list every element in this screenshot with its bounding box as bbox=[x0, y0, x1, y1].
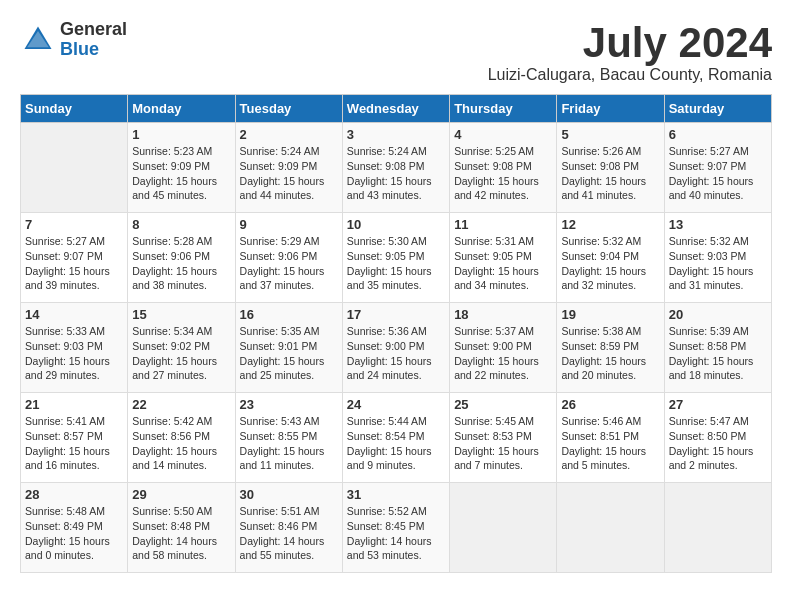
day-info: Sunrise: 5:50 AM Sunset: 8:48 PM Dayligh… bbox=[132, 504, 230, 563]
day-number: 18 bbox=[454, 307, 552, 322]
day-cell: 10Sunrise: 5:30 AM Sunset: 9:05 PM Dayli… bbox=[342, 213, 449, 303]
day-info: Sunrise: 5:35 AM Sunset: 9:01 PM Dayligh… bbox=[240, 324, 338, 383]
day-cell: 11Sunrise: 5:31 AM Sunset: 9:05 PM Dayli… bbox=[450, 213, 557, 303]
day-number: 14 bbox=[25, 307, 123, 322]
page-header: General Blue July 2024 Luizi-Calugara, B… bbox=[20, 20, 772, 84]
day-cell bbox=[450, 483, 557, 573]
day-info: Sunrise: 5:29 AM Sunset: 9:06 PM Dayligh… bbox=[240, 234, 338, 293]
day-cell: 21Sunrise: 5:41 AM Sunset: 8:57 PM Dayli… bbox=[21, 393, 128, 483]
day-cell: 6Sunrise: 5:27 AM Sunset: 9:07 PM Daylig… bbox=[664, 123, 771, 213]
day-number: 13 bbox=[669, 217, 767, 232]
day-info: Sunrise: 5:23 AM Sunset: 9:09 PM Dayligh… bbox=[132, 144, 230, 203]
day-info: Sunrise: 5:32 AM Sunset: 9:04 PM Dayligh… bbox=[561, 234, 659, 293]
header-row: SundayMondayTuesdayWednesdayThursdayFrid… bbox=[21, 95, 772, 123]
day-info: Sunrise: 5:24 AM Sunset: 9:09 PM Dayligh… bbox=[240, 144, 338, 203]
day-info: Sunrise: 5:36 AM Sunset: 9:00 PM Dayligh… bbox=[347, 324, 445, 383]
day-cell bbox=[21, 123, 128, 213]
calendar-body: 1Sunrise: 5:23 AM Sunset: 9:09 PM Daylig… bbox=[21, 123, 772, 573]
day-number: 30 bbox=[240, 487, 338, 502]
day-info: Sunrise: 5:30 AM Sunset: 9:05 PM Dayligh… bbox=[347, 234, 445, 293]
day-cell: 29Sunrise: 5:50 AM Sunset: 8:48 PM Dayli… bbox=[128, 483, 235, 573]
day-number: 6 bbox=[669, 127, 767, 142]
title-block: July 2024 Luizi-Calugara, Bacau County, … bbox=[488, 20, 772, 84]
day-info: Sunrise: 5:28 AM Sunset: 9:06 PM Dayligh… bbox=[132, 234, 230, 293]
day-cell: 12Sunrise: 5:32 AM Sunset: 9:04 PM Dayli… bbox=[557, 213, 664, 303]
day-cell bbox=[664, 483, 771, 573]
day-number: 3 bbox=[347, 127, 445, 142]
day-cell: 24Sunrise: 5:44 AM Sunset: 8:54 PM Dayli… bbox=[342, 393, 449, 483]
day-cell: 16Sunrise: 5:35 AM Sunset: 9:01 PM Dayli… bbox=[235, 303, 342, 393]
day-cell: 13Sunrise: 5:32 AM Sunset: 9:03 PM Dayli… bbox=[664, 213, 771, 303]
day-info: Sunrise: 5:52 AM Sunset: 8:45 PM Dayligh… bbox=[347, 504, 445, 563]
day-info: Sunrise: 5:33 AM Sunset: 9:03 PM Dayligh… bbox=[25, 324, 123, 383]
day-cell: 18Sunrise: 5:37 AM Sunset: 9:00 PM Dayli… bbox=[450, 303, 557, 393]
logo-blue: Blue bbox=[60, 40, 127, 60]
day-cell: 22Sunrise: 5:42 AM Sunset: 8:56 PM Dayli… bbox=[128, 393, 235, 483]
day-cell: 8Sunrise: 5:28 AM Sunset: 9:06 PM Daylig… bbox=[128, 213, 235, 303]
day-info: Sunrise: 5:46 AM Sunset: 8:51 PM Dayligh… bbox=[561, 414, 659, 473]
day-number: 7 bbox=[25, 217, 123, 232]
header-cell-wednesday: Wednesday bbox=[342, 95, 449, 123]
day-info: Sunrise: 5:27 AM Sunset: 9:07 PM Dayligh… bbox=[25, 234, 123, 293]
day-cell: 25Sunrise: 5:45 AM Sunset: 8:53 PM Dayli… bbox=[450, 393, 557, 483]
day-number: 24 bbox=[347, 397, 445, 412]
day-number: 23 bbox=[240, 397, 338, 412]
logo-icon bbox=[20, 22, 56, 58]
week-row-3: 21Sunrise: 5:41 AM Sunset: 8:57 PM Dayli… bbox=[21, 393, 772, 483]
day-number: 12 bbox=[561, 217, 659, 232]
day-number: 25 bbox=[454, 397, 552, 412]
calendar-header: SundayMondayTuesdayWednesdayThursdayFrid… bbox=[21, 95, 772, 123]
day-info: Sunrise: 5:47 AM Sunset: 8:50 PM Dayligh… bbox=[669, 414, 767, 473]
day-info: Sunrise: 5:38 AM Sunset: 8:59 PM Dayligh… bbox=[561, 324, 659, 383]
day-cell: 26Sunrise: 5:46 AM Sunset: 8:51 PM Dayli… bbox=[557, 393, 664, 483]
logo-general: General bbox=[60, 20, 127, 40]
day-cell: 27Sunrise: 5:47 AM Sunset: 8:50 PM Dayli… bbox=[664, 393, 771, 483]
day-info: Sunrise: 5:51 AM Sunset: 8:46 PM Dayligh… bbox=[240, 504, 338, 563]
day-number: 21 bbox=[25, 397, 123, 412]
header-cell-thursday: Thursday bbox=[450, 95, 557, 123]
day-info: Sunrise: 5:48 AM Sunset: 8:49 PM Dayligh… bbox=[25, 504, 123, 563]
day-number: 8 bbox=[132, 217, 230, 232]
day-cell: 1Sunrise: 5:23 AM Sunset: 9:09 PM Daylig… bbox=[128, 123, 235, 213]
day-cell: 3Sunrise: 5:24 AM Sunset: 9:08 PM Daylig… bbox=[342, 123, 449, 213]
day-number: 26 bbox=[561, 397, 659, 412]
day-info: Sunrise: 5:44 AM Sunset: 8:54 PM Dayligh… bbox=[347, 414, 445, 473]
day-number: 17 bbox=[347, 307, 445, 322]
day-cell: 7Sunrise: 5:27 AM Sunset: 9:07 PM Daylig… bbox=[21, 213, 128, 303]
day-cell: 31Sunrise: 5:52 AM Sunset: 8:45 PM Dayli… bbox=[342, 483, 449, 573]
day-cell: 17Sunrise: 5:36 AM Sunset: 9:00 PM Dayli… bbox=[342, 303, 449, 393]
header-cell-tuesday: Tuesday bbox=[235, 95, 342, 123]
week-row-1: 7Sunrise: 5:27 AM Sunset: 9:07 PM Daylig… bbox=[21, 213, 772, 303]
day-info: Sunrise: 5:43 AM Sunset: 8:55 PM Dayligh… bbox=[240, 414, 338, 473]
day-number: 2 bbox=[240, 127, 338, 142]
day-info: Sunrise: 5:41 AM Sunset: 8:57 PM Dayligh… bbox=[25, 414, 123, 473]
day-cell: 20Sunrise: 5:39 AM Sunset: 8:58 PM Dayli… bbox=[664, 303, 771, 393]
day-info: Sunrise: 5:26 AM Sunset: 9:08 PM Dayligh… bbox=[561, 144, 659, 203]
day-cell: 5Sunrise: 5:26 AM Sunset: 9:08 PM Daylig… bbox=[557, 123, 664, 213]
day-cell: 2Sunrise: 5:24 AM Sunset: 9:09 PM Daylig… bbox=[235, 123, 342, 213]
day-number: 5 bbox=[561, 127, 659, 142]
day-info: Sunrise: 5:27 AM Sunset: 9:07 PM Dayligh… bbox=[669, 144, 767, 203]
day-cell: 19Sunrise: 5:38 AM Sunset: 8:59 PM Dayli… bbox=[557, 303, 664, 393]
day-info: Sunrise: 5:42 AM Sunset: 8:56 PM Dayligh… bbox=[132, 414, 230, 473]
day-cell: 4Sunrise: 5:25 AM Sunset: 9:08 PM Daylig… bbox=[450, 123, 557, 213]
day-number: 19 bbox=[561, 307, 659, 322]
logo-text: General Blue bbox=[60, 20, 127, 60]
day-cell: 23Sunrise: 5:43 AM Sunset: 8:55 PM Dayli… bbox=[235, 393, 342, 483]
day-info: Sunrise: 5:32 AM Sunset: 9:03 PM Dayligh… bbox=[669, 234, 767, 293]
day-number: 20 bbox=[669, 307, 767, 322]
day-number: 15 bbox=[132, 307, 230, 322]
day-cell: 9Sunrise: 5:29 AM Sunset: 9:06 PM Daylig… bbox=[235, 213, 342, 303]
day-number: 27 bbox=[669, 397, 767, 412]
logo: General Blue bbox=[20, 20, 127, 60]
day-info: Sunrise: 5:45 AM Sunset: 8:53 PM Dayligh… bbox=[454, 414, 552, 473]
day-info: Sunrise: 5:25 AM Sunset: 9:08 PM Dayligh… bbox=[454, 144, 552, 203]
day-info: Sunrise: 5:39 AM Sunset: 8:58 PM Dayligh… bbox=[669, 324, 767, 383]
day-cell: 14Sunrise: 5:33 AM Sunset: 9:03 PM Dayli… bbox=[21, 303, 128, 393]
day-number: 1 bbox=[132, 127, 230, 142]
day-cell: 15Sunrise: 5:34 AM Sunset: 9:02 PM Dayli… bbox=[128, 303, 235, 393]
day-cell: 28Sunrise: 5:48 AM Sunset: 8:49 PM Dayli… bbox=[21, 483, 128, 573]
header-cell-sunday: Sunday bbox=[21, 95, 128, 123]
day-cell: 30Sunrise: 5:51 AM Sunset: 8:46 PM Dayli… bbox=[235, 483, 342, 573]
day-number: 10 bbox=[347, 217, 445, 232]
